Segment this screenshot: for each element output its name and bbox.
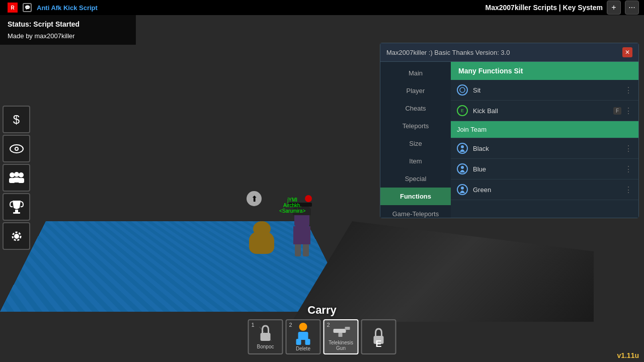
gun-icon (331, 323, 351, 339)
nav-game-teleports[interactable]: Game-Teleports (380, 205, 451, 223)
nav-player[interactable]: Player (380, 82, 451, 100)
svg-point-14 (461, 145, 464, 148)
script-window: Max2007killer :) Basic Thanks Version: 3… (380, 43, 639, 218)
svg-rect-22 (305, 339, 310, 345)
inventory-slot-4[interactable]: E (361, 319, 396, 354)
svg-rect-21 (296, 339, 301, 345)
sit-label: Sit (473, 86, 624, 94)
bear-sprite (247, 231, 277, 261)
black-icon (457, 143, 468, 154)
dollar-icon: $ (13, 113, 20, 127)
window-body: Main Player Cheats Teleports Size Item S… (380, 62, 638, 218)
svg-point-11 (14, 234, 19, 239)
left-sidebar: $ (3, 106, 30, 250)
gear-icon-btn[interactable] (3, 222, 30, 250)
player-character (282, 211, 322, 261)
window-title: Max2007killer :) Basic Thanks Version: 3… (386, 49, 510, 56)
svg-rect-8 (18, 178, 24, 183)
green-icon (457, 184, 468, 195)
inventory-slots: 1 Bonpoc 2 Delete 2 (248, 319, 396, 354)
slot-3-number: 2 (327, 322, 330, 328)
svg-point-2 (16, 148, 18, 150)
slot-2-number: 2 (289, 322, 292, 328)
svg-point-13 (460, 87, 465, 93)
eye-icon-btn[interactable] (3, 135, 30, 162)
character-icon (293, 323, 313, 345)
kickball-label: Kick Ball (473, 107, 613, 115)
green-label: Green (473, 186, 624, 194)
sit-item[interactable]: Sit ⋮ (451, 80, 638, 101)
black-label: Black (473, 145, 624, 152)
top-right-controls: Max2007killer Scripts | Key System + ··· (480, 0, 645, 15)
svg-rect-24 (345, 327, 350, 330)
inventory-slot-3[interactable]: 2 Telekinesis Gun (324, 319, 359, 354)
header-title: Max2007killer Scripts | Key System (486, 4, 603, 12)
slot-1-number: 1 (252, 322, 255, 328)
svg-point-19 (299, 323, 307, 331)
nav-teleports[interactable]: Teleports (380, 117, 451, 135)
kickball-menu[interactable]: ⋮ (624, 106, 632, 116)
nav-cheats[interactable]: Cheats (380, 100, 451, 117)
window-titlebar: Max2007killer :) Basic Thanks Version: 3… (380, 43, 638, 62)
lock-icon (258, 325, 274, 343)
content-header: Many Functions Sit (451, 62, 638, 80)
people-icon (8, 171, 25, 185)
blue-item[interactable]: Blue ⋮ (451, 159, 638, 179)
roblox-logo: R (8, 3, 18, 13)
carry-label: Carry (307, 304, 336, 317)
sit-menu[interactable]: ⋮ (624, 85, 632, 95)
dollar-icon-btn[interactable]: $ (3, 106, 30, 133)
window-content: Many Functions Sit Sit ⋮ E Kick Ball F ⋮ (451, 62, 638, 218)
kickball-item[interactable]: E Kick Ball F ⋮ (451, 101, 638, 121)
inventory-bar: Carry 1 Bonpoc 2 Delete (248, 304, 396, 354)
inventory-slot-2[interactable]: 2 Delete (286, 319, 321, 354)
trophy-icon-btn[interactable] (3, 193, 30, 221)
slot-1-label: Bonpoc (257, 344, 274, 349)
scroll-icon: ⬆ (251, 194, 258, 204)
chat-icon[interactable]: 💬 (23, 3, 32, 12)
nav-main[interactable]: Main (380, 64, 451, 82)
slot-2-label: Delete (296, 346, 310, 351)
blue-label: Blue (473, 165, 624, 173)
black-menu[interactable]: ⋮ (624, 144, 632, 153)
version-text: v1.11u (617, 351, 639, 359)
svg-rect-9 (15, 210, 18, 212)
svg-rect-25 (339, 333, 343, 337)
eye-icon (10, 144, 24, 154)
status-text: Status: Script Started (8, 20, 128, 28)
player-name-tag: jYMI Airchkh. <Sarumira> (279, 197, 305, 214)
nav-size[interactable]: Size (380, 135, 451, 152)
plus-button[interactable]: + (607, 1, 621, 15)
slot-3-label: Telekinesis Gun (325, 340, 358, 351)
e-key-label: E (375, 339, 381, 349)
people-icon-btn[interactable] (3, 164, 30, 192)
close-button[interactable]: ✕ (622, 47, 632, 57)
nav-item[interactable]: Item (380, 152, 451, 170)
scroll-indicator[interactable]: ⬆ (247, 191, 262, 206)
svg-point-3 (10, 172, 15, 177)
more-button[interactable]: ··· (625, 1, 639, 15)
kickball-icon: E (457, 105, 468, 116)
green-menu[interactable]: ⋮ (624, 185, 632, 195)
svg-point-7 (19, 172, 24, 177)
nav-functions[interactable]: Functions (380, 188, 451, 205)
black-item[interactable]: Black ⋮ (451, 138, 638, 159)
trophy-icon (10, 200, 24, 215)
window-nav: Main Player Cheats Teleports Size Item S… (380, 62, 451, 218)
status-panel: Status: Script Started Made by max2007ki… (0, 15, 136, 45)
svg-point-5 (14, 172, 19, 177)
kickball-badge: F (613, 107, 621, 115)
script-title: Anti Afk Kick Script (37, 4, 98, 12)
blue-menu[interactable]: ⋮ (624, 164, 632, 174)
inventory-slot-1[interactable]: 1 Bonpoc (248, 319, 283, 354)
svg-point-16 (461, 187, 464, 190)
blue-icon (457, 163, 468, 174)
character-sprite (282, 211, 322, 261)
green-item[interactable]: Green ⋮ (451, 179, 638, 200)
jointeam-item[interactable]: Join Team (451, 121, 638, 138)
nav-special[interactable]: Special (380, 170, 451, 188)
svg-rect-23 (334, 329, 346, 333)
svg-point-15 (461, 166, 464, 169)
sit-icon (457, 84, 468, 96)
jointeam-label: Join Team (457, 126, 632, 133)
